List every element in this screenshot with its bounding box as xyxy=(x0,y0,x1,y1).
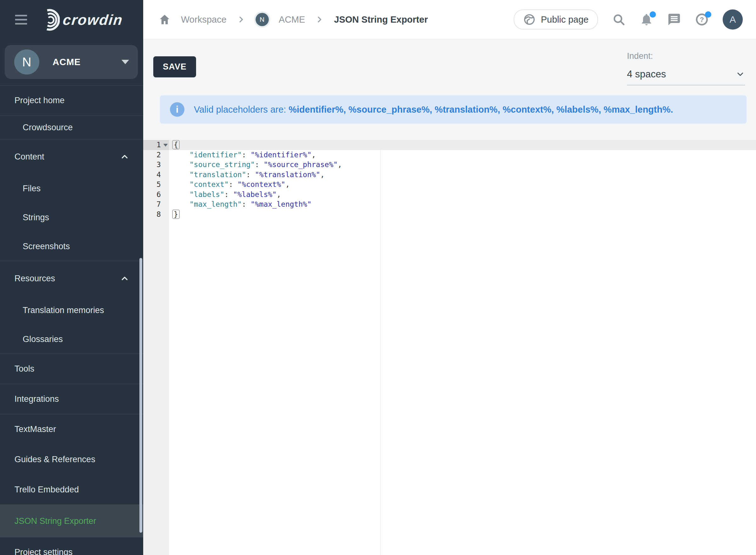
breadcrumb-page-title: JSON String Exporter xyxy=(334,14,428,25)
home-icon[interactable] xyxy=(158,13,171,26)
code-line: { xyxy=(169,140,756,150)
caret-down-icon xyxy=(122,60,129,64)
hamburger-menu-icon[interactable] xyxy=(15,12,28,27)
code-line: "max_length": "%max_length%" xyxy=(169,200,756,210)
sidebar-item-guides-references[interactable]: Guides & References xyxy=(0,444,143,474)
sidebar-section-content[interactable]: Content xyxy=(0,139,143,174)
sidebar-item-project-home[interactable]: Project home xyxy=(0,85,143,116)
gutter-line-number: 4 xyxy=(143,170,169,180)
public-page-label: Public page xyxy=(541,14,589,25)
sidebar-group-resources: Resources Translation memories Glossarie… xyxy=(0,261,143,354)
info-icon: i xyxy=(170,102,184,117)
code-line: "translation": "%translation%", xyxy=(169,170,756,180)
breadcrumb-project-avatar: N xyxy=(256,13,269,26)
sidebar-item-project-settings[interactable]: Project settings xyxy=(0,537,143,555)
sidebar-item-translation-memories[interactable]: Translation memories xyxy=(0,296,143,325)
project-avatar: N xyxy=(14,49,39,75)
sidebar-item-json-string-exporter[interactable]: JSON String Exporter xyxy=(0,505,143,537)
section-label: Resources xyxy=(14,274,55,284)
sidebar-item-integrations[interactable]: Integrations xyxy=(0,384,143,414)
gutter-line-number: 8 xyxy=(143,210,169,220)
crowdin-mark-icon xyxy=(39,9,60,31)
indent-control: Indent: 4 spaces xyxy=(627,51,745,85)
topbar-actions: Public page ? xyxy=(514,9,743,30)
code-area[interactable]: { "identifier": "%identifier%", "source_… xyxy=(169,140,756,555)
help-dot xyxy=(705,11,711,17)
crowdin-logo[interactable]: crowdin xyxy=(39,9,123,31)
save-button[interactable]: SAVE xyxy=(153,56,196,77)
project-switcher[interactable]: N ACME xyxy=(5,45,138,79)
sidebar-item-glossaries[interactable]: Glossaries xyxy=(0,325,143,354)
breadcrumb-chevron-icon xyxy=(237,15,246,24)
gutter-line-number: 1 xyxy=(143,140,169,150)
chevron-down-icon xyxy=(736,70,745,79)
notification-dot xyxy=(649,11,656,17)
breadcrumb: Workspace N ACME JSON String Exporter xyxy=(158,13,428,26)
search-button[interactable] xyxy=(612,12,626,27)
sidebar-item-tools[interactable]: Tools xyxy=(0,354,143,384)
notifications-button[interactable] xyxy=(639,12,654,27)
sidebar-scrollbar[interactable] xyxy=(139,258,142,533)
section-label: Content xyxy=(14,152,44,162)
indent-select[interactable]: 4 spaces xyxy=(627,69,745,85)
topbar: Workspace N ACME JSON String Exporter Pu… xyxy=(143,0,756,39)
fold-arrow-icon[interactable] xyxy=(163,144,168,146)
code-line: "context": "%context%", xyxy=(169,180,756,190)
svg-text:?: ? xyxy=(700,16,704,24)
globe-icon xyxy=(523,13,536,26)
sidebar-section-resources[interactable]: Resources xyxy=(0,261,143,296)
help-button[interactable]: ? xyxy=(695,12,709,27)
sidebar-item-trello-embedded[interactable]: Trello Embedded xyxy=(0,474,143,505)
search-icon xyxy=(612,13,625,26)
sidebar-item-textmaster[interactable]: TextMaster xyxy=(0,414,143,444)
messages-button[interactable] xyxy=(667,12,681,27)
editor-gutter: 1 2 3 4 5 6 7 8 xyxy=(143,140,169,555)
info-alert: i Valid placeholders are: %identifier%, … xyxy=(160,95,747,124)
code-line: } xyxy=(169,210,756,220)
code-line: "source_string": "%source_phrase%", xyxy=(169,160,756,170)
gutter-line-number: 3 xyxy=(143,160,169,170)
gutter-line-number: 6 xyxy=(143,190,169,200)
project-name: ACME xyxy=(52,57,81,67)
sidebar-header: crowdin xyxy=(0,0,143,39)
alert-text: Valid placeholders are: %identifier%, %s… xyxy=(194,104,673,115)
code-line: "identifier": "%identifier%", xyxy=(169,150,756,160)
indent-value: 4 spaces xyxy=(627,69,666,80)
breadcrumb-project[interactable]: ACME xyxy=(279,14,305,25)
chevron-up-icon xyxy=(120,274,129,283)
sidebar-item-files[interactable]: Files xyxy=(0,174,143,203)
sidebar-item-screenshots[interactable]: Screenshots xyxy=(0,232,143,261)
sidebar-nav: Project home Crowdsource Content Files S… xyxy=(0,85,143,555)
main-content: SAVE Indent: 4 spaces i Valid placeholde… xyxy=(143,39,756,555)
indent-label: Indent: xyxy=(627,51,745,61)
chat-icon xyxy=(667,12,681,27)
code-editor[interactable]: 1 2 3 4 5 6 7 8 { "identifier": "%identi… xyxy=(143,140,756,555)
gutter-line-number: 5 xyxy=(143,180,169,190)
gutter-line-number: 7 xyxy=(143,200,169,210)
chevron-up-icon xyxy=(120,152,129,161)
gutter-line-number: 2 xyxy=(143,150,169,160)
code-line: "labels": "%labels%", xyxy=(169,190,756,200)
sidebar-item-crowdsource[interactable]: Crowdsource xyxy=(0,116,143,139)
sidebar-item-strings[interactable]: Strings xyxy=(0,203,143,232)
breadcrumb-workspace[interactable]: Workspace xyxy=(181,14,226,25)
breadcrumb-chevron-icon xyxy=(315,15,324,24)
logo-text: crowdin xyxy=(62,11,124,28)
public-page-button[interactable]: Public page xyxy=(514,9,598,30)
user-avatar[interactable]: A xyxy=(723,9,743,30)
sidebar-group-content: Content Files Strings Screenshots xyxy=(0,139,143,261)
sidebar: crowdin N ACME Project home Crowdsource … xyxy=(0,0,143,555)
